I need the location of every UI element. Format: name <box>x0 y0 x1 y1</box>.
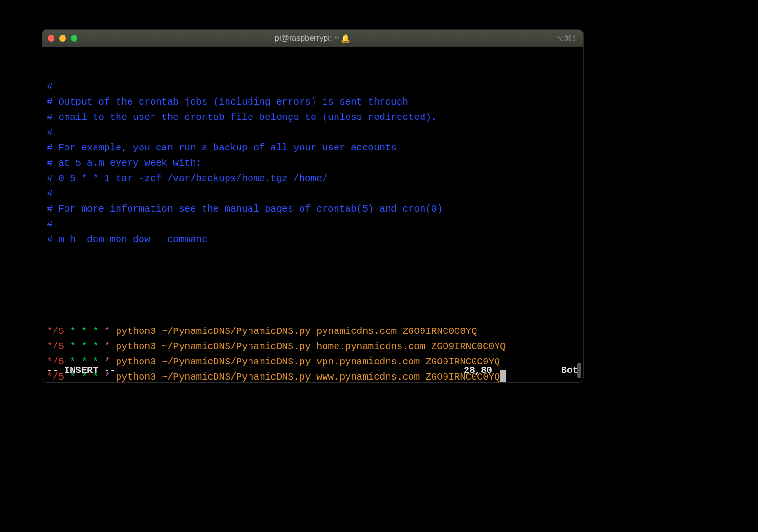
cron-minute: */5 <box>47 341 64 352</box>
blank-line <box>47 278 578 293</box>
terminal-body[interactable]: ## Output of the crontab jobs (including… <box>42 47 583 382</box>
vim-status-line: -- INSERT -- 28,80 Bot <box>47 363 578 378</box>
comment-line: # 0 5 * * 1 tar -zcf /var/backups/home.t… <box>47 171 578 186</box>
comment-line: # at 5 a.m every week with: <box>47 156 578 171</box>
cron-hour: * <box>70 326 76 337</box>
cron-entry: */5 * * * * python3 ~/PynamicDNS/Pynamic… <box>47 339 578 354</box>
cursor-position: 28,80 <box>464 363 550 378</box>
cron-command: python3 ~/PynamicDNS/PynamicDNS.py pynam… <box>116 326 477 337</box>
bell-icon: 🔔 <box>341 34 350 43</box>
terminal-window: pi@raspberrypi: ~ 🔔 ⌥⌘1 ## Output of the… <box>42 30 583 382</box>
comment-line: # For example, you can run a backup of a… <box>47 140 578 156</box>
cron-month: * <box>93 326 98 337</box>
vim-mode: -- INSERT -- <box>47 363 464 378</box>
comment-line: # For more information see the manual pa… <box>47 202 578 217</box>
crontab-comments: ## Output of the crontab jobs (including… <box>47 79 578 247</box>
comment-line: # email to the user the crontab file bel… <box>47 110 578 125</box>
cron-command: python3 ~/PynamicDNS/PynamicDNS.py home.… <box>116 341 506 352</box>
comment-line: # <box>47 125 578 140</box>
minimize-button[interactable] <box>59 35 66 42</box>
cron-hour: * <box>70 341 76 352</box>
scroll-indicator: Bot <box>550 363 578 378</box>
comment-line: # <box>47 217 578 232</box>
cron-minute: */5 <box>47 326 64 337</box>
comment-line: # <box>47 79 578 95</box>
close-button[interactable] <box>48 35 54 42</box>
scrollbar-thumb[interactable] <box>577 363 581 378</box>
titlebar: pi@raspberrypi: ~ 🔔 ⌥⌘1 <box>42 30 583 47</box>
comment-line: # m h dom mon dow command <box>47 232 578 247</box>
cron-month: * <box>93 341 98 352</box>
comment-line: # Output of the crontab jobs (including … <box>47 95 578 110</box>
title-text: pi@raspberrypi: ~ <box>275 33 339 43</box>
cron-dow: * <box>104 341 110 352</box>
cron-dom: * <box>81 326 87 337</box>
traffic-lights <box>48 35 77 42</box>
cron-dow: * <box>104 326 110 337</box>
cron-dom: * <box>81 341 87 352</box>
comment-line: # <box>47 186 578 202</box>
window-title: pi@raspberrypi: ~ 🔔 <box>42 33 583 43</box>
maximize-button[interactable] <box>71 35 77 42</box>
cron-entry: */5 * * * * python3 ~/PynamicDNS/Pynamic… <box>47 324 578 339</box>
tab-shortcut-indicator: ⌥⌘1 <box>556 34 576 43</box>
